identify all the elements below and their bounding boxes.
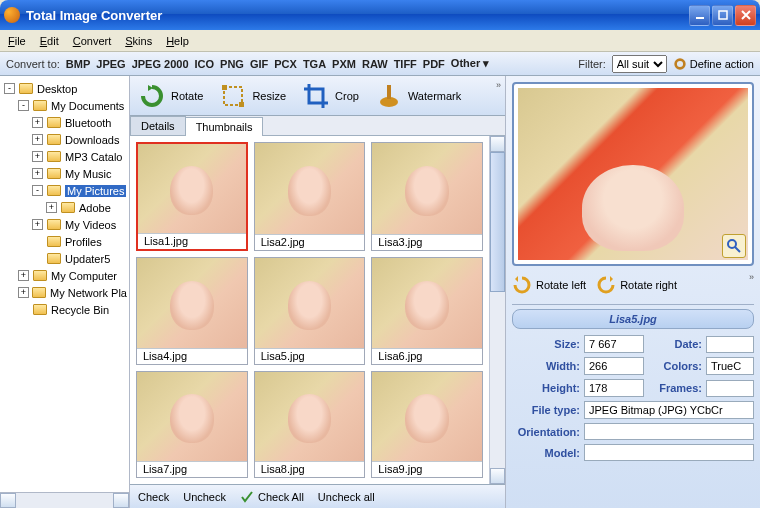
minimize-button[interactable] [689, 5, 710, 26]
fmt-bmp[interactable]: BMP [66, 58, 90, 70]
uncheck-button[interactable]: Uncheck [183, 491, 226, 503]
gear-icon [673, 57, 687, 71]
tree-item-bluetooth[interactable]: +Bluetooth [2, 114, 127, 131]
orientation-label: Orientation: [512, 426, 580, 438]
thumbnail-image [255, 372, 365, 461]
resize-tool[interactable]: Resize [219, 82, 286, 110]
fmt-jpeg[interactable]: JPEG [96, 58, 125, 70]
desktop-icon [18, 82, 34, 96]
expand-icon[interactable]: + [32, 134, 43, 145]
fmt-gif[interactable]: GIF [250, 58, 268, 70]
expand-icon[interactable]: + [32, 219, 43, 230]
menu-help[interactable]: Help [166, 35, 189, 47]
scroll-track[interactable] [16, 493, 113, 508]
check-all-button[interactable]: Check All [240, 490, 304, 504]
tree-item-my-network-pla[interactable]: +My Network Pla [2, 284, 127, 301]
expand-icon[interactable]: + [32, 168, 43, 179]
rotate-left-button[interactable]: Rotate left [512, 275, 586, 295]
tab-details[interactable]: Details [130, 116, 186, 135]
menu-edit[interactable]: Edit [40, 35, 59, 47]
fmt-raw[interactable]: RAW [362, 58, 388, 70]
tree-item-my-computer[interactable]: +My Computer [2, 267, 127, 284]
thumbnail-label: Lisa9.jpg [372, 461, 482, 477]
expand-icon[interactable]: + [18, 287, 29, 298]
tree-item-mp3-catalo[interactable]: +MP3 Catalo [2, 148, 127, 165]
scroll-left-button[interactable] [0, 493, 16, 508]
thumbnail-label: Lisa6.jpg [372, 348, 482, 364]
thumbnail-item[interactable]: Lisa4.jpg [136, 257, 248, 364]
fmt-pcx[interactable]: PCX [274, 58, 297, 70]
uncheck-all-button[interactable]: Uncheck all [318, 491, 375, 503]
fmt-ico[interactable]: ICO [195, 58, 215, 70]
format-toolbar: Convert to: BMP JPEG JPEG 2000 ICO PNG G… [0, 52, 760, 76]
preview-image-box [512, 82, 754, 266]
rotate-right-button[interactable]: Rotate right [596, 275, 677, 295]
fmt-png[interactable]: PNG [220, 58, 244, 70]
scroll-right-button[interactable] [113, 493, 129, 508]
folder-tree[interactable]: -Desktop-My Documents+Bluetooth+Download… [0, 76, 129, 492]
menu-file[interactable]: File [8, 35, 26, 47]
thumbnail-item[interactable]: Lisa5.jpg [254, 257, 366, 364]
tree-hscrollbar[interactable] [0, 492, 129, 508]
expand-icon[interactable]: + [32, 117, 43, 128]
tree-item-my-documents[interactable]: -My Documents [2, 97, 127, 114]
thumbnail-label: Lisa7.jpg [137, 461, 247, 477]
collapse-icon[interactable]: - [18, 100, 29, 111]
scroll-down-button[interactable] [490, 468, 505, 484]
tree-item-profiles[interactable]: Profiles [2, 233, 127, 250]
tree-item-recycle-bin[interactable]: Recycle Bin [2, 301, 127, 318]
tree-item-updater5[interactable]: Updater5 [2, 250, 127, 267]
fmt-jpeg2000[interactable]: JPEG 2000 [132, 58, 189, 70]
scroll-thumb[interactable] [490, 152, 505, 292]
thumbnail-item[interactable]: Lisa1.jpg [136, 142, 248, 251]
fmt-pxm[interactable]: PXM [332, 58, 356, 70]
expand-icon[interactable]: + [32, 151, 43, 162]
chevron-more-icon[interactable]: » [749, 272, 754, 282]
tree-item-my-music[interactable]: +My Music [2, 165, 127, 182]
menu-convert[interactable]: Convert [73, 35, 112, 47]
crop-tool[interactable]: Crop [302, 82, 359, 110]
fmt-tiff[interactable]: TIFF [394, 58, 417, 70]
tree-item-my-videos[interactable]: +My Videos [2, 216, 127, 233]
tree-item-desktop[interactable]: -Desktop [2, 80, 127, 97]
thumbnail-image [255, 258, 365, 347]
thumbnail-image [137, 258, 247, 347]
expand-icon[interactable]: + [46, 202, 57, 213]
collapse-icon[interactable]: - [32, 185, 43, 196]
folder-icon [46, 116, 62, 130]
define-action-button[interactable]: Define action [673, 57, 754, 71]
chevron-more-icon[interactable]: » [496, 80, 501, 90]
close-button[interactable] [735, 5, 756, 26]
menu-skins[interactable]: Skins [125, 35, 152, 47]
tree-item-adobe[interactable]: +Adobe [2, 199, 127, 216]
collapse-icon[interactable]: - [4, 83, 15, 94]
zoom-button[interactable] [722, 234, 746, 258]
watermark-tool[interactable]: Watermark [375, 82, 461, 110]
titlebar[interactable]: Total Image Converter [0, 0, 760, 30]
tree-item-label: Downloads [65, 134, 119, 146]
fmt-other[interactable]: Other ▾ [451, 57, 489, 70]
computer-icon [32, 269, 48, 283]
maximize-button[interactable] [712, 5, 733, 26]
thumbnail-item[interactable]: Lisa9.jpg [371, 371, 483, 478]
thumbnail-item[interactable]: Lisa6.jpg [371, 257, 483, 364]
folder-icon [46, 167, 62, 181]
tab-thumbnails[interactable]: Thumbnails [185, 117, 264, 136]
filter-select[interactable]: All suit [612, 55, 667, 73]
fmt-pdf[interactable]: PDF [423, 58, 445, 70]
scroll-up-button[interactable] [490, 136, 505, 152]
thumbs-vscrollbar[interactable] [489, 136, 505, 484]
check-button[interactable]: Check [138, 491, 169, 503]
tree-item-downloads[interactable]: +Downloads [2, 131, 127, 148]
resize-icon [219, 82, 247, 110]
thumbnail-image [255, 143, 365, 234]
mydocs-icon [32, 99, 48, 113]
thumbnail-item[interactable]: Lisa2.jpg [254, 142, 366, 251]
expand-icon[interactable]: + [18, 270, 29, 281]
fmt-tga[interactable]: TGA [303, 58, 326, 70]
rotate-tool[interactable]: Rotate [138, 82, 203, 110]
thumbnail-item[interactable]: Lisa3.jpg [371, 142, 483, 251]
tree-item-my-pictures[interactable]: -My Pictures [2, 182, 127, 199]
thumbnail-item[interactable]: Lisa8.jpg [254, 371, 366, 478]
thumbnail-item[interactable]: Lisa7.jpg [136, 371, 248, 478]
